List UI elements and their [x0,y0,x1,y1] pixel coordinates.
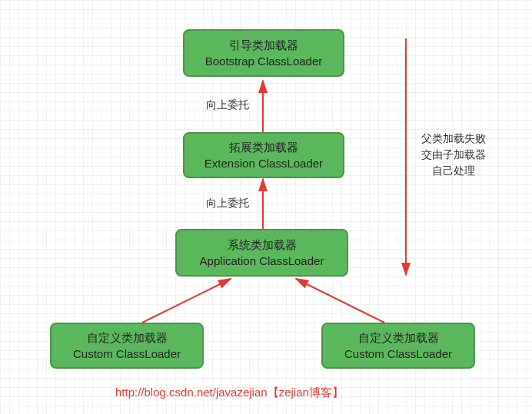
custom2-box: 自定义类加载器 Custom ClassLoader [321,323,475,369]
side-note-l3: 自己处理 [421,163,486,179]
side-note: 父类加载失败 交由子加载器 自己处理 [421,131,486,179]
footer-blog: 【zejian博客】 [268,386,344,399]
application-en: Application ClassLoader [200,253,324,269]
side-note-l2: 交由子加载器 [421,147,486,163]
delegate-label-2: 向上委托 [206,197,249,210]
extension-cn: 拓展类加载器 [229,139,298,155]
extension-box: 拓展类加载器 Extension ClassLoader [183,132,344,178]
application-box: 系统类加载器 Application ClassLoader [175,229,348,277]
extension-en: Extension ClassLoader [204,155,323,171]
bootstrap-box: 引导类加载器 Bootstrap ClassLoader [183,29,344,77]
delegate-label-1: 向上委托 [206,98,249,112]
bootstrap-cn: 引导类加载器 [229,37,298,53]
svg-line-2 [142,279,231,323]
custom1-en: Custom ClassLoader [73,346,181,362]
application-cn: 系统类加载器 [228,237,297,253]
custom1-cn: 自定义类加载器 [87,330,168,346]
footer-url: http://blog.csdn.net/javazejian [115,386,268,399]
custom2-en: Custom ClassLoader [344,346,452,362]
svg-line-3 [296,279,384,323]
custom2-cn: 自定义类加载器 [358,330,439,346]
custom1-box: 自定义类加载器 Custom ClassLoader [50,323,204,369]
footer: http://blog.csdn.net/javazejian【zejian博客… [115,386,344,400]
bootstrap-en: Bootstrap ClassLoader [205,53,323,69]
side-note-l1: 父类加载失败 [421,131,486,147]
